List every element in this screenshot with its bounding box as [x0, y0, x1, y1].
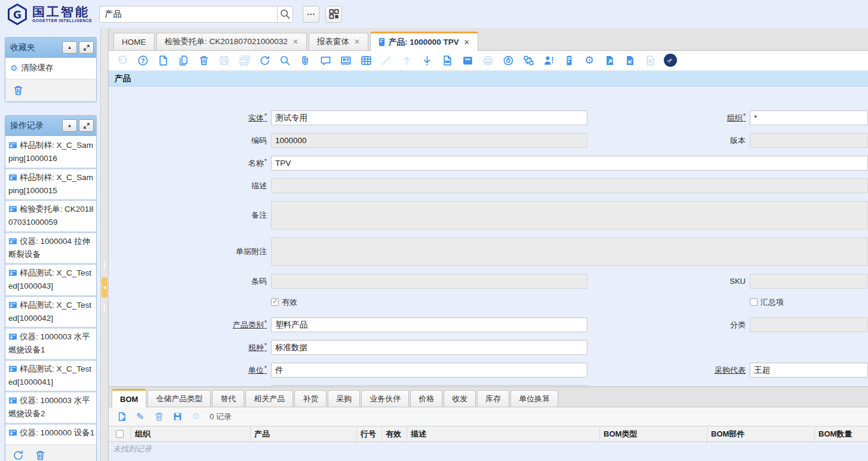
select-all-checkbox[interactable] — [116, 430, 124, 438]
record-item[interactable]: 仪器: 1000004 拉伸断裂设备 — [5, 233, 96, 264]
category-field[interactable] — [271, 317, 587, 332]
refresh-icon[interactable] — [11, 449, 24, 461]
collapse-button[interactable]: ▲ — [62, 119, 77, 132]
tab-report-window[interactable]: 报表窗体✕ — [309, 33, 368, 50]
pdf-icon[interactable] — [441, 54, 454, 67]
delete-icon[interactable] — [197, 54, 210, 67]
copy-icon[interactable] — [177, 54, 190, 67]
column-header-bom-qty[interactable]: BOM数量 — [815, 426, 868, 441]
close-icon[interactable]: ✕ — [293, 38, 298, 46]
field-label-entity[interactable]: 实体 — [248, 113, 267, 122]
record-item[interactable]: 样品测试: X_C_Tested[1000041] — [5, 361, 96, 391]
record-item[interactable]: 样品测试: X_C_Tested[1000043] — [5, 265, 96, 295]
column-header-valid[interactable]: 有效 — [382, 426, 407, 441]
refresh-icon[interactable] — [258, 54, 271, 67]
record-item[interactable]: 仪器: 1000000 设备1 — [5, 425, 96, 443]
workflow-icon[interactable] — [522, 54, 535, 67]
power-target-icon[interactable] — [501, 54, 515, 67]
name-field[interactable] — [271, 156, 868, 171]
move-down-icon[interactable] — [420, 54, 433, 67]
detail-tab-related-products[interactable]: 相关产品 — [245, 390, 293, 407]
buyer-field[interactable] — [750, 363, 868, 378]
new-document-icon[interactable] — [156, 54, 170, 67]
version-field — [750, 133, 868, 148]
more-options-button[interactable]: ... — [303, 6, 319, 23]
excel-icon[interactable] — [644, 54, 657, 67]
org-field[interactable] — [750, 110, 868, 125]
field-label-unit[interactable]: 单位 — [248, 366, 267, 375]
detail-tab-business-partner[interactable]: 业务伙伴 — [361, 390, 409, 407]
favorite-item-clear-cache[interactable]: ⚙ 清除缓存 — [10, 63, 91, 73]
collapse-button[interactable]: ▲ — [62, 41, 77, 54]
tab-product-active[interactable]: 产品: 1000000 TPV✕ — [370, 32, 478, 51]
save-floppy-icon[interactable] — [171, 411, 183, 423]
trash-icon[interactable] — [33, 449, 47, 461]
field-label-tax[interactable]: 税种 — [248, 343, 267, 352]
settings-gear-icon[interactable]: ⚙ — [583, 54, 596, 67]
scissors-badge-icon[interactable]: ✂ — [664, 54, 677, 67]
detail-tab-unit-conversion[interactable]: 单位换算 — [510, 390, 558, 407]
column-header-bom-type[interactable]: BOM类型 — [600, 426, 707, 441]
expand-button[interactable] — [79, 41, 94, 54]
detail-tab-storage-type[interactable]: 仓储产品类型 — [147, 390, 211, 407]
record-item[interactable]: 样品制样: X_C_Samping[1000015 — [5, 169, 96, 200]
search-icon[interactable] — [278, 54, 291, 67]
splitter-collapse-handle[interactable]: ◀ — [101, 277, 107, 298]
card-view-icon[interactable] — [339, 54, 352, 67]
settings-gear-icon[interactable]: ⚙ — [190, 411, 202, 423]
search-button[interactable] — [277, 6, 293, 23]
archive-icon[interactable] — [461, 54, 474, 67]
edit-pencil-icon[interactable]: ✎ — [134, 411, 146, 423]
field-label-category[interactable]: 产品类别 — [233, 320, 267, 329]
record-item[interactable]: 样品制样: X_C_Samping[1000016 — [5, 136, 96, 168]
search-input[interactable] — [99, 6, 277, 23]
tab-inspection-order[interactable]: 检验委托单: CK201807021000032✕ — [156, 33, 307, 50]
add-record-icon[interactable] — [116, 411, 128, 423]
export-document-icon[interactable] — [603, 54, 616, 67]
table-view-icon[interactable] — [359, 54, 373, 67]
summary-checkbox[interactable] — [750, 298, 758, 306]
detail-tab-receipt-dispatch[interactable]: 收发 — [444, 390, 476, 407]
grid-menu-button[interactable] — [325, 6, 342, 23]
field-label-buyer[interactable]: 采购代表 — [715, 366, 746, 375]
help-icon[interactable]: ? — [136, 54, 149, 67]
column-header-line-no[interactable]: 行号 — [357, 426, 382, 441]
unit-field[interactable] — [271, 363, 587, 378]
column-header-org[interactable]: 组织 — [131, 426, 251, 441]
save-icon[interactable] — [217, 54, 230, 67]
column-header-bom-part[interactable]: BOM部件 — [707, 426, 815, 441]
magic-wand-icon[interactable] — [380, 54, 393, 67]
detail-tab-inventory[interactable]: 库存 — [477, 390, 509, 407]
record-item[interactable]: 仪器: 1000003 水平燃烧设备2 — [5, 392, 96, 423]
tax-field[interactable] — [271, 340, 587, 355]
select-all-header[interactable] — [109, 426, 131, 441]
attachment-icon[interactable] — [298, 54, 312, 67]
detail-tab-replenishment[interactable]: 补货 — [294, 390, 327, 407]
person-alert-icon[interactable] — [542, 54, 555, 67]
trash-icon[interactable] — [11, 83, 24, 97]
field-label-org[interactable]: 组织 — [727, 113, 746, 122]
save-copy-icon[interactable] — [238, 54, 251, 67]
print-icon[interactable] — [481, 54, 494, 67]
mobile-device-icon[interactable] — [562, 54, 575, 67]
column-header-product[interactable]: 产品 — [251, 426, 357, 441]
record-item[interactable]: 样品测试: X_C_Tested[1000042] — [5, 297, 96, 327]
record-item[interactable]: 仪器: 1000003 水平燃烧设备1 — [5, 329, 96, 359]
entity-field[interactable] — [271, 110, 587, 125]
record-item[interactable]: 检验委托单: CK201807031000059 — [5, 201, 96, 231]
import-document-icon[interactable] — [623, 54, 636, 67]
column-header-desc[interactable]: 描述 — [407, 426, 600, 441]
close-icon[interactable]: ✕ — [354, 38, 360, 46]
detail-tab-price[interactable]: 价格 — [410, 390, 442, 407]
close-icon[interactable]: ✕ — [464, 38, 470, 47]
delete-trash-icon[interactable] — [153, 411, 165, 423]
undo-icon[interactable] — [116, 54, 129, 67]
detail-tab-purchasing[interactable]: 采购 — [328, 390, 360, 407]
comment-icon[interactable] — [319, 54, 332, 67]
detail-tab-bom[interactable]: BOM — [112, 389, 146, 407]
expand-button[interactable] — [79, 119, 94, 132]
tab-home[interactable]: HOME — [113, 33, 155, 50]
detail-tab-substitute[interactable]: 替代 — [212, 390, 244, 407]
valid-checkbox[interactable] — [271, 298, 279, 306]
move-up-icon[interactable] — [400, 54, 413, 67]
